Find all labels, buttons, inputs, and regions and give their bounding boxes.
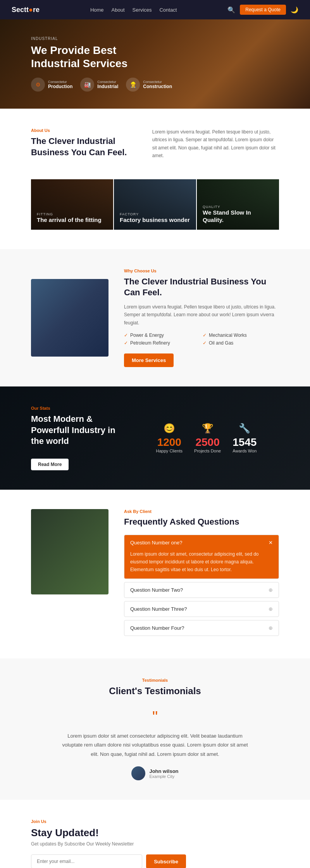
quote-icon: " xyxy=(31,708,279,726)
check-icon-1: ✓ xyxy=(124,333,128,338)
newsletter-subtext: Get updates By Subscribe Our Weekly News… xyxy=(31,841,279,847)
clients-label: Happy Clients xyxy=(156,449,183,453)
nav-right: 🔍 Request a Quote 🌙 xyxy=(227,5,298,15)
faq-item-1[interactable]: Question Number one? ✕ Lorem ipsum dolor… xyxy=(124,535,279,579)
industrial-icon: 🏭 xyxy=(80,78,94,92)
factory-title: Factory business wonder xyxy=(120,216,190,224)
why-section: Why Choose Us The Clever Industrial Busi… xyxy=(0,249,310,386)
faq-toggle-2: ⊕ xyxy=(269,587,273,593)
testimonials-tag: Testimonials xyxy=(31,678,279,683)
hero-tag: INDUSTRIAL xyxy=(31,36,279,41)
stats-heading: Most Modern & Powerfull Industry in the … xyxy=(31,414,118,447)
faq-toggle-4: ⊕ xyxy=(269,625,273,631)
nav-home[interactable]: Home xyxy=(90,7,104,13)
email-input[interactable] xyxy=(31,854,142,868)
hero-heading: We Provide Best Industrial Services xyxy=(31,44,279,70)
stats-section: Our Stats Most Modern & Powerfull Indust… xyxy=(0,386,310,490)
why-feature-1: ✓ Power & Energy xyxy=(124,333,200,338)
hero-section: INDUSTRIAL We Provide Best Industrial Se… xyxy=(0,19,310,109)
testimonial-text: Lorem ipsum dolor sit amet consectetur a… xyxy=(58,731,252,759)
industrial-name: Industrial xyxy=(97,84,118,89)
faq-question-1-text: Question Number one? xyxy=(130,540,182,546)
construction-icon: 👷 xyxy=(126,78,140,92)
why-heading: The Clever Industrial Business You Can F… xyxy=(124,276,279,298)
theme-toggle-icon[interactable]: 🌙 xyxy=(291,6,298,14)
navbar: Sectt●re Home About Services Contact 🔍 R… xyxy=(0,0,310,19)
production-icon: ⚙ xyxy=(31,78,45,92)
about-body: Lorem ipsum viverra feugiat. Pellen tesq… xyxy=(152,128,279,160)
stats-numbers: 😊 1200 Happy Clients 🏆 2500 Projects Don… xyxy=(134,423,279,453)
testimonial-author: John wilson Example City xyxy=(31,766,279,780)
hero-service-industrial: 🏭 Consectetur Industrial xyxy=(80,78,118,92)
feature-card-quality: QUALITY We Stand Slow In Quality. xyxy=(197,179,279,230)
quality-title: We Stand Slow In Quality. xyxy=(203,209,273,224)
faq-question-2-text: Question Number Two? xyxy=(130,587,183,593)
author-name: John wilson xyxy=(149,768,178,774)
newsletter-form: Subscribe xyxy=(31,854,186,868)
industrial-label: Consectetur xyxy=(97,80,118,84)
faq-question-4-text: Question Number Four? xyxy=(130,625,184,631)
nav-about[interactable]: About xyxy=(112,7,125,13)
faq-heading: Frequently Asked Questions xyxy=(124,517,279,527)
faq-item-4[interactable]: Question Number Four? ⊕ xyxy=(124,620,279,636)
feature-card-factory: FACTORY Factory business wonder xyxy=(114,179,196,230)
nav-contact[interactable]: Contact xyxy=(159,7,177,13)
check-icon-4: ✓ xyxy=(203,340,207,346)
fitting-title: The arrival of the fitting xyxy=(37,216,107,224)
search-icon[interactable]: 🔍 xyxy=(227,6,235,14)
construction-name: Construction xyxy=(143,84,172,89)
faq-question-1[interactable]: Question Number one? ✕ xyxy=(124,535,279,550)
faq-question-2[interactable]: Question Number Two? ⊕ xyxy=(124,582,279,598)
faq-answer-1: Lorem ipsum dolor sit amet, consectetur … xyxy=(124,550,279,579)
avatar xyxy=(131,766,145,780)
faq-item-2[interactable]: Question Number Two? ⊕ xyxy=(124,582,279,598)
faq-toggle-1: ✕ xyxy=(269,540,273,546)
stat-clients: 😊 1200 Happy Clients xyxy=(156,423,183,453)
awards-number: 1545 xyxy=(232,436,257,449)
subscribe-button[interactable]: Subscribe xyxy=(146,854,186,868)
stats-tag: Our Stats xyxy=(31,406,118,411)
feature-cards: FITTING The arrival of the fitting FACTO… xyxy=(31,179,279,230)
stat-awards: 🔧 1545 Awards Won xyxy=(232,423,257,453)
more-services-button[interactable]: More Services xyxy=(124,353,174,367)
hero-service-production: ⚙ Consectetur Production xyxy=(31,78,72,92)
why-image xyxy=(31,279,108,357)
why-tag: Why Choose Us xyxy=(124,269,279,273)
faq-question-3[interactable]: Question Number Three? ⊕ xyxy=(124,601,279,617)
logo: Sectt●re xyxy=(12,6,40,14)
projects-icon: 🏆 xyxy=(194,423,221,434)
happy-clients-icon: 😊 xyxy=(156,423,183,434)
stat-projects: 🏆 2500 Projects Done xyxy=(194,423,221,453)
factory-tag: FACTORY xyxy=(120,212,190,216)
faq-question-4[interactable]: Question Number Four? ⊕ xyxy=(124,620,279,636)
faq-item-3[interactable]: Question Number Three? ⊕ xyxy=(124,601,279,617)
faq-question-3-text: Question Number Three? xyxy=(130,606,187,612)
faq-section: Ask By Client Frequently Asked Questions… xyxy=(0,490,310,658)
nav-links: Home About Services Contact xyxy=(90,7,177,13)
awards-icon: 🔧 xyxy=(232,423,257,434)
awards-label: Awards Won xyxy=(232,449,257,453)
newsletter-tag: Join Us xyxy=(31,819,279,824)
testimonials-heading: Client's Testimonials xyxy=(31,686,279,696)
faq-tag: Ask By Client xyxy=(124,509,279,514)
read-more-button[interactable]: Read More xyxy=(31,459,69,470)
faq-image xyxy=(31,509,108,594)
why-features-grid: ✓ Power & Energy ✓ Mechanical Works ✓ Pe… xyxy=(124,333,279,346)
check-icon-3: ✓ xyxy=(124,340,128,346)
hero-service-construction: 👷 Consectetur Construction xyxy=(126,78,172,92)
about-heading: The Clever Industrial Business You Can F… xyxy=(31,136,137,158)
testimonials-section: Testimonials Client's Testimonials " Lor… xyxy=(0,658,310,800)
projects-number: 2500 xyxy=(194,436,221,449)
why-body: Lorem ipsum viverra feugiat. Pellen tesq… xyxy=(124,303,279,327)
clients-number: 1200 xyxy=(156,436,183,449)
feature-card-fitting: FITTING The arrival of the fitting xyxy=(31,179,113,230)
why-feature-4: ✓ Oil and Gas xyxy=(203,340,279,346)
fitting-tag: FITTING xyxy=(37,212,107,216)
request-quote-button[interactable]: Request a Quote xyxy=(240,5,286,15)
faq-toggle-3: ⊕ xyxy=(269,606,273,612)
nav-services[interactable]: Services xyxy=(133,7,152,13)
production-name: Production xyxy=(48,84,72,89)
projects-label: Projects Done xyxy=(194,449,221,453)
about-tag: About Us xyxy=(31,128,137,133)
check-icon-2: ✓ xyxy=(203,333,207,338)
